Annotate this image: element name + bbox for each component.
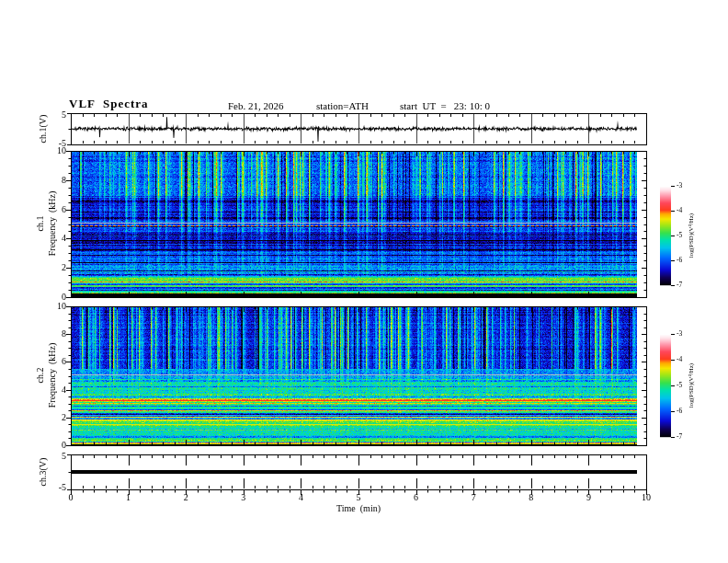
ch2-channel-axis-label: ch.2	[36, 368, 45, 384]
time-tick-label: 0	[69, 493, 74, 502]
ch2-freq-tick-label: 2	[62, 413, 66, 422]
ch1-freq-tick-label: 4	[62, 234, 66, 243]
ch1-voltage-axis-label: ch.1(V)	[39, 115, 48, 144]
ch1-freq-tick-label: 2	[62, 263, 66, 272]
colorbar2-tick-label: -6	[677, 408, 682, 415]
ch1-channel-axis-label: ch.1	[36, 216, 45, 232]
ch2-frequency-axis-label: Frequency (kHz)	[48, 343, 57, 408]
colorbar2-tick-label: -3	[677, 330, 682, 338]
colorbar2-tick-label: -4	[677, 356, 682, 363]
ch1-freq-tick-label: 8	[62, 176, 66, 185]
time-tick-label: 10	[642, 493, 651, 502]
ch2-freq-tick-label: 8	[62, 329, 66, 339]
station-label: station=ATH	[316, 101, 369, 111]
date-label: Feb. 21, 2026	[228, 101, 284, 111]
ch2-freq-tick-label: 0	[62, 441, 66, 450]
time-tick-label: 8	[529, 493, 533, 502]
ch2-freq-tick-label: 6	[62, 357, 66, 366]
time-axis-title: Time (min)	[336, 504, 381, 513]
time-tick-label: 7	[472, 493, 476, 502]
start-ut-label: start UT = 23: 10: 0	[400, 101, 490, 111]
time-tick-label: 6	[414, 493, 418, 502]
ch1-volt-tick-label: 5	[62, 110, 66, 120]
plot-canvas	[0, 0, 728, 563]
colorbar1-tick-label: -6	[677, 257, 682, 264]
time-tick-label: 4	[299, 493, 303, 502]
colorbar1-tick-label: -4	[677, 207, 682, 214]
colorbar1-tick-label: -3	[677, 182, 682, 190]
ch1-freq-tick-label: 6	[62, 205, 66, 214]
ch1-freq-tick-label: 10	[57, 146, 66, 155]
time-tick-label: 2	[184, 493, 188, 502]
time-tick-label: 5	[357, 493, 361, 502]
ch2-freq-tick-label: 10	[57, 302, 66, 311]
colorbar2-tick-label: -7	[677, 433, 682, 441]
ch2-freq-tick-label: 4	[62, 385, 66, 395]
vlf-spectra-figure: VLF Spectra Feb. 21, 2026 station=ATH st…	[0, 0, 728, 563]
ch3-voltage-axis-label: ch.3(V)	[39, 458, 48, 487]
page-title: VLF Spectra	[69, 98, 149, 109]
ch3-volt-tick-label: 5	[62, 452, 66, 461]
colorbar1-tick-label: -7	[677, 282, 682, 289]
time-tick-label: 9	[586, 493, 591, 502]
colorbar2-unit-label: log(PSD)(V²/Hz)	[688, 363, 695, 408]
colorbar1-tick-label: -5	[677, 232, 682, 239]
colorbar2-tick-label: -5	[677, 382, 682, 389]
ch3-volt-tick-label: -5	[59, 483, 66, 492]
colorbar1-unit-label: log(PSD)(V²/Hz)	[688, 213, 695, 258]
time-tick-label: 1	[126, 493, 131, 502]
time-tick-label: 3	[241, 493, 245, 502]
ch1-frequency-axis-label: Frequency (kHz)	[48, 191, 57, 257]
